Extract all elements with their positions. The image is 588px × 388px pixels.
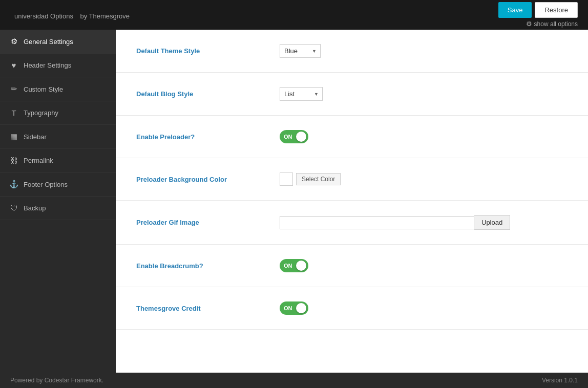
upload-input-preloader-gif-image[interactable] (280, 216, 474, 229)
settings-row-themesgrove-credit: Themesgrove CreditON (116, 287, 588, 330)
sidebar-item-header-settings[interactable]: ♥Header Settings (0, 54, 116, 77)
sidebar-item-label-header-settings: Header Settings (24, 61, 71, 69)
sidebar-icon: ▦ (9, 132, 18, 141)
sidebar-item-sidebar[interactable]: ▦Sidebar (0, 125, 116, 149)
settings-row-default-blog-style: Default Blog StyleListGridMasonry (116, 73, 588, 116)
toggle-knob-themesgrove-credit (296, 303, 306, 313)
color-select-btn-preloader-bg-color[interactable]: Select Color (296, 173, 341, 185)
toggle-label-enable-breadcrumb: ON (284, 263, 292, 269)
settings-control-enable-preloader: ON (280, 130, 568, 143)
title-text: universidad Options (14, 12, 73, 20)
upload-row-preloader-gif-image: Upload (280, 215, 568, 230)
footer-bar: Powered by Codestar Framework. Version 1… (0, 373, 588, 388)
settings-row-enable-breadcrumb: Enable Breadcrumb?ON (116, 245, 588, 287)
settings-row-default-theme-style: Default Theme StyleBlueRedGreenDark (116, 30, 588, 73)
footer-right: Version 1.0.1 (542, 377, 578, 384)
content-area: Default Theme StyleBlueRedGreenDarkDefau… (116, 30, 588, 373)
settings-row-enable-preloader: Enable Preloader?ON (116, 116, 588, 158)
sidebar-item-typography[interactable]: TTypography (0, 101, 116, 125)
topbar-buttons: Save Restore (498, 2, 578, 18)
topbar-actions: Save Restore show all options (498, 2, 578, 28)
footer-left: Powered by Codestar Framework. (10, 377, 103, 384)
toggle-enable-breadcrumb[interactable]: ON (280, 259, 308, 272)
save-button[interactable]: Save (498, 2, 532, 18)
upload-button-preloader-gif-image[interactable]: Upload (474, 215, 510, 230)
toggle-label-themesgrove-credit: ON (284, 305, 292, 311)
select-default-blog-style[interactable]: ListGridMasonry (280, 87, 323, 101)
settings-control-themesgrove-credit: ON (280, 301, 568, 315)
color-picker-row-preloader-bg-color: Select Color (280, 173, 568, 186)
settings-label-default-theme-style: Default Theme Style (136, 47, 280, 55)
toggle-knob-enable-breadcrumb (296, 261, 306, 271)
settings-control-enable-breadcrumb: ON (280, 259, 568, 272)
select-wrapper-default-blog-style: ListGridMasonry (280, 87, 323, 101)
main-layout: ⚙General Settings♥Header Settings✏Custom… (0, 30, 588, 373)
sidebar-item-label-sidebar: Sidebar (24, 133, 47, 141)
settings-control-default-theme-style: BlueRedGreenDark (280, 44, 568, 58)
settings-label-enable-breadcrumb: Enable Breadcrumb? (136, 262, 280, 270)
backup-icon: 🛡 (9, 204, 18, 212)
settings-control-default-blog-style: ListGridMasonry (280, 87, 568, 101)
sidebar-item-custom-style[interactable]: ✏Custom Style (0, 77, 116, 101)
app-title: universidad Options by Themesgrove (10, 9, 130, 21)
select-default-theme-style[interactable]: BlueRedGreenDark (280, 44, 321, 58)
settings-label-default-blog-style: Default Blog Style (136, 90, 280, 98)
settings-control-preloader-bg-color: Select Color (280, 173, 568, 186)
settings-row-preloader-bg-color: Preloader Background ColorSelect Color (116, 158, 588, 201)
toggle-themesgrove-credit[interactable]: ON (280, 301, 308, 315)
sidebar-item-footer-options[interactable]: ⚓Footer Options (0, 173, 116, 197)
toggle-label-enable-preloader: ON (284, 134, 292, 140)
general-settings-icon: ⚙ (9, 37, 18, 46)
sidebar-item-permalink[interactable]: ⛓Permalink (0, 149, 116, 173)
sidebar: ⚙General Settings♥Header Settings✏Custom… (0, 30, 116, 373)
settings-control-preloader-gif-image: Upload (280, 215, 568, 230)
typography-icon: T (9, 109, 18, 117)
sidebar-item-general-settings[interactable]: ⚙General Settings (0, 30, 116, 54)
settings-label-themesgrove-credit: Themesgrove Credit (136, 305, 280, 312)
header-settings-icon: ♥ (9, 61, 18, 70)
toggle-enable-preloader[interactable]: ON (280, 130, 308, 143)
sidebar-item-backup[interactable]: 🛡Backup (0, 197, 116, 220)
toggle-knob-enable-preloader (296, 132, 306, 142)
sidebar-item-label-permalink: Permalink (24, 157, 53, 164)
custom-style-icon: ✏ (9, 84, 18, 94)
sidebar-item-label-general-settings: General Settings (24, 38, 73, 46)
permalink-icon: ⛓ (9, 156, 18, 165)
settings-label-preloader-bg-color: Preloader Background Color (136, 176, 280, 183)
show-all-options-link[interactable]: show all options (526, 20, 578, 28)
sidebar-item-label-backup: Backup (24, 204, 46, 212)
sidebar-item-label-typography: Typography (24, 109, 58, 117)
title-subtitle: by Themesgrove (80, 12, 130, 20)
topbar: universidad Options by Themesgrove Save … (0, 0, 588, 30)
footer-options-icon: ⚓ (9, 180, 18, 189)
sidebar-item-label-footer-options: Footer Options (24, 181, 68, 188)
sidebar-item-label-custom-style: Custom Style (24, 85, 63, 93)
settings-row-preloader-gif-image: Preloader Gif ImageUpload (116, 201, 588, 245)
select-wrapper-default-theme-style: BlueRedGreenDark (280, 44, 321, 58)
color-swatch-preloader-bg-color[interactable] (280, 173, 293, 186)
settings-label-enable-preloader: Enable Preloader? (136, 133, 280, 141)
settings-label-preloader-gif-image: Preloader Gif Image (136, 219, 280, 226)
restore-button[interactable]: Restore (535, 2, 578, 18)
